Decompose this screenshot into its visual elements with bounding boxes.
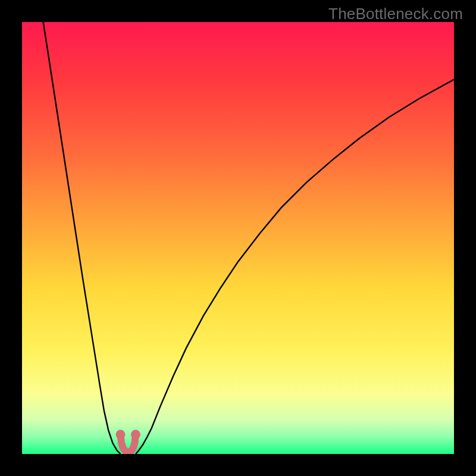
chart-svg — [22, 22, 454, 454]
valley-end-dot-left — [116, 430, 126, 439]
valley-end-dot-right — [131, 430, 140, 439]
chart-frame: TheBottleneck.com — [0, 0, 476, 476]
gradient-background — [22, 22, 454, 454]
plot-area — [22, 22, 454, 454]
watermark-text: TheBottleneck.com — [328, 5, 463, 23]
